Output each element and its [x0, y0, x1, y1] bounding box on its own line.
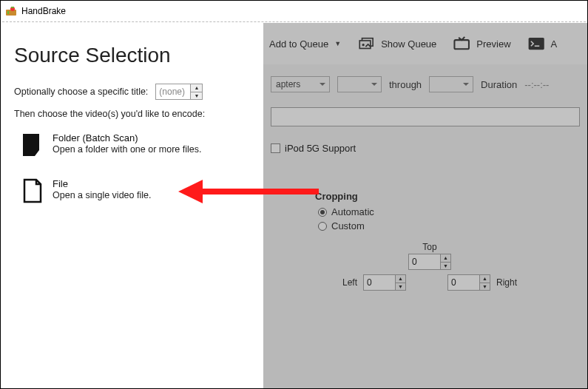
- destination-input[interactable]: [271, 107, 580, 126]
- svg-rect-3: [11, 7, 14, 8]
- preview-label: Preview: [476, 38, 510, 50]
- choose-video-label: Then choose the video(s) you'd like to e…: [14, 109, 250, 119]
- crop-grid: Top ▲▼ Left ▲▼: [315, 242, 544, 291]
- show-queue-label: Show Queue: [381, 38, 436, 50]
- title-spinner[interactable]: ▲ ▼: [155, 84, 203, 100]
- content-area: Source Selection Optionally choose a spe…: [1, 23, 587, 388]
- duration-value: --:--:--: [524, 79, 549, 90]
- app-title: HandBrake: [21, 6, 66, 16]
- ipod-label: iPod 5G Support: [285, 143, 356, 154]
- crop-right-input[interactable]: ▲▼: [447, 274, 490, 291]
- chapter-start-combo[interactable]: [337, 76, 382, 92]
- cropping-label: Cropping: [315, 191, 587, 202]
- open-file-title: File: [53, 178, 151, 189]
- title-spinner-down[interactable]: ▼: [191, 92, 202, 100]
- svg-rect-1: [7, 11, 9, 14]
- open-folder-desc: Open a folder with one or more files.: [53, 144, 202, 155]
- crop-right-label: Right: [496, 277, 517, 288]
- preview-button[interactable]: Preview: [448, 33, 515, 55]
- crop-auto-row[interactable]: Automatic: [318, 206, 587, 217]
- open-file-desc: Open a single video file.: [53, 190, 151, 200]
- activity-log-button[interactable]: A: [523, 33, 562, 55]
- title-chooser-label: Optionally choose a specific title:: [14, 87, 148, 97]
- crop-auto-radio[interactable]: [318, 208, 327, 217]
- toolbar: Add to Queue ▼ Show Queue Preview A: [263, 23, 587, 64]
- titlebar: HandBrake: [1, 1, 587, 21]
- svg-rect-8: [455, 40, 470, 49]
- add-to-queue-button[interactable]: Add to Queue ▼: [265, 35, 345, 53]
- source-selection-panel: Source Selection Optionally choose a spe…: [1, 23, 263, 388]
- title-spinner-input[interactable]: [156, 84, 190, 99]
- crop-custom-label: Custom: [331, 220, 365, 231]
- ipod-checkbox[interactable]: [271, 143, 280, 153]
- menubar-separator: [2, 21, 586, 22]
- crop-auto-label: Automatic: [331, 206, 374, 217]
- source-heading: Source Selection: [14, 44, 250, 67]
- app-icon: [5, 5, 17, 17]
- add-to-queue-label: Add to Queue: [269, 38, 328, 50]
- crop-left-input[interactable]: ▲▼: [363, 274, 406, 291]
- svg-rect-9: [528, 38, 544, 50]
- main-panel: Add to Queue ▼ Show Queue Preview A apte…: [263, 23, 587, 388]
- ipod-row: iPod 5G Support: [263, 126, 587, 154]
- folder-icon: [21, 132, 44, 158]
- cropping-section: Cropping Automatic Custom Top ▲▼: [315, 191, 587, 291]
- add-to-queue-caret-icon: ▼: [334, 40, 341, 47]
- open-folder-option[interactable]: Folder (Batch Scan) Open a folder with o…: [14, 132, 250, 158]
- open-file-option[interactable]: File Open a single video file.: [14, 178, 250, 203]
- through-label: through: [389, 79, 422, 90]
- activity-label: A: [551, 38, 558, 50]
- queue-icon: [357, 35, 376, 52]
- show-queue-button[interactable]: Show Queue: [353, 33, 441, 55]
- terminal-icon: [527, 35, 547, 52]
- crop-custom-row[interactable]: Custom: [318, 220, 587, 231]
- file-icon: [21, 178, 44, 203]
- crop-left-label: Left: [342, 277, 357, 288]
- open-folder-title: Folder (Batch Scan): [53, 132, 202, 143]
- app-window: HandBrake Source Selection Optionally ch…: [0, 0, 588, 389]
- crop-custom-radio[interactable]: [318, 222, 327, 231]
- chapter-row: apters through Duration --:--:--: [263, 64, 587, 97]
- chapter-end-combo[interactable]: [429, 76, 473, 92]
- title-spinner-up[interactable]: ▲: [191, 84, 202, 92]
- crop-top-input[interactable]: ▲▼: [408, 254, 451, 270]
- chapters-combo[interactable]: apters: [271, 76, 330, 92]
- duration-label: Duration: [481, 79, 517, 90]
- crop-top-label: Top: [315, 242, 544, 252]
- svg-point-7: [362, 44, 365, 46]
- title-chooser-row: Optionally choose a specific title: ▲ ▼: [14, 84, 250, 100]
- tv-icon: [453, 35, 472, 52]
